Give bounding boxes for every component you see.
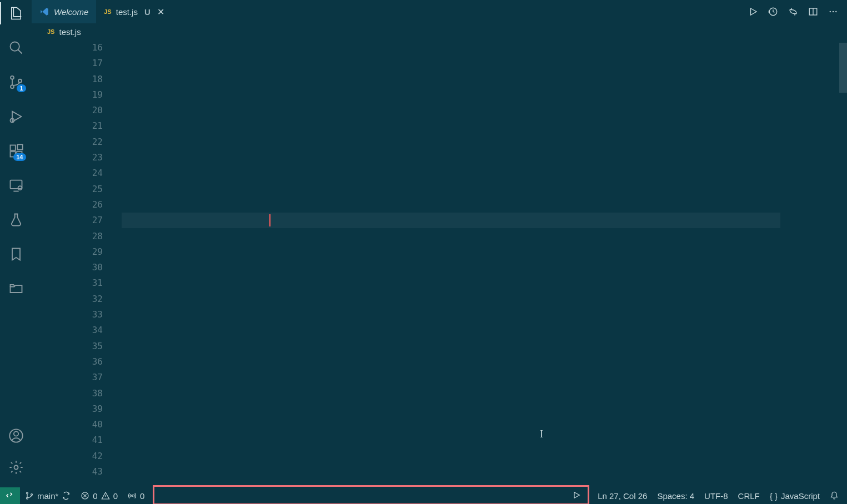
eol-status[interactable]: CRLF [733, 487, 765, 504]
search-icon[interactable] [7, 39, 25, 57]
split-editor-icon[interactable] [808, 7, 818, 17]
line-number: 32 [32, 291, 103, 307]
breadcrumb-file: test.js [59, 27, 81, 37]
line-number: 27 [32, 213, 103, 228]
line-number: 33 [32, 307, 103, 322]
scrollbar[interactable] [839, 40, 847, 487]
compare-icon[interactable] [788, 7, 798, 17]
svg-point-18 [27, 492, 28, 494]
radio-icon [128, 491, 137, 500]
svg-point-17 [835, 11, 836, 12]
run-debug-icon[interactable] [7, 108, 25, 125]
svg-point-19 [27, 497, 28, 499]
line-number: 23 [32, 150, 103, 165]
branch-status[interactable]: main* [20, 487, 76, 504]
line-number: 19 [32, 87, 103, 103]
highlighted-status-region[interactable] [153, 485, 589, 505]
line-number: 17 [32, 56, 103, 71]
notifications-icon[interactable] [825, 487, 844, 504]
code-area[interactable]: I [122, 40, 847, 487]
scrollbar-thumb[interactable] [839, 43, 847, 93]
line-number: 20 [32, 103, 103, 118]
tab-file-label: test.js [116, 7, 138, 17]
history-icon[interactable] [768, 7, 778, 17]
extensions-badge: 14 [13, 153, 26, 161]
line-number: 38 [32, 386, 103, 401]
svg-point-15 [830, 11, 831, 12]
extensions-icon[interactable]: 14 [7, 142, 25, 160]
line-number: 42 [32, 448, 103, 464]
svg-point-16 [833, 11, 834, 12]
activity-bar: 1 14 [0, 0, 32, 487]
svg-point-10 [18, 186, 22, 190]
line-number: 35 [32, 339, 103, 354]
current-line-highlight [122, 213, 780, 228]
line-number: 25 [32, 182, 103, 197]
source-control-icon[interactable]: 1 [7, 73, 25, 91]
branch-name: main* [37, 491, 58, 501]
testing-icon[interactable] [7, 211, 25, 229]
remote-explorer-icon[interactable] [7, 177, 25, 194]
explorer-icon[interactable] [7, 4, 25, 22]
line-number: 40 [32, 417, 103, 432]
folders-icon[interactable] [7, 280, 25, 298]
encoding-status[interactable]: UTF-8 [699, 487, 733, 504]
warning-count: 0 [113, 491, 118, 501]
svg-rect-8 [17, 144, 22, 149]
svg-rect-9 [10, 180, 22, 189]
more-icon[interactable] [828, 7, 838, 17]
settings-gear-icon[interactable] [7, 458, 25, 476]
svg-point-1 [11, 76, 14, 79]
vscode-icon [39, 7, 49, 17]
svg-point-12 [13, 431, 18, 436]
line-number: 43 [32, 464, 103, 480]
cursor-position[interactable]: Ln 27, Col 26 [593, 487, 652, 504]
svg-point-13 [14, 466, 18, 470]
line-number: 31 [32, 275, 103, 291]
line-gutter: 1617181920212223242526272829303132333435… [32, 40, 122, 487]
line-number: 30 [32, 260, 103, 275]
line-number: 39 [32, 401, 103, 417]
line-number: 41 [32, 432, 103, 448]
run-icon[interactable] [748, 7, 758, 17]
minimap[interactable] [783, 40, 847, 487]
editor-actions [748, 0, 847, 23]
warning-icon [101, 491, 110, 500]
account-icon[interactable] [7, 427, 25, 445]
svg-point-22 [132, 495, 133, 497]
line-number: 36 [32, 354, 103, 370]
ports-status[interactable]: 0 [123, 487, 149, 504]
svg-rect-5 [10, 145, 15, 150]
line-number: 29 [32, 244, 103, 260]
play-icon[interactable] [572, 491, 581, 500]
svg-point-0 [10, 42, 19, 51]
editor[interactable]: 1617181920212223242526272829303132333435… [32, 40, 847, 487]
breadcrumb[interactable]: JS test.js [32, 23, 847, 40]
line-number: 37 [32, 370, 103, 385]
problems-status[interactable]: 0 0 [76, 487, 123, 504]
status-bar: main* 0 0 0 Ln 27, Col 26 Spaces: 4 UTF-… [0, 487, 847, 504]
line-number: 26 [32, 197, 103, 213]
js-file-icon: JS [104, 8, 111, 15]
indentation-status[interactable]: Spaces: 4 [652, 487, 699, 504]
tab-modified-indicator: U [144, 7, 151, 17]
line-number: 18 [32, 72, 103, 87]
tab-bar: Welcome JS test.js U ✕ [32, 0, 847, 23]
line-number: 34 [32, 322, 103, 338]
text-cursor [269, 214, 270, 226]
js-file-icon: JS [47, 28, 54, 35]
line-number: 16 [32, 40, 103, 56]
ibeam-cursor-icon: I [540, 429, 543, 440]
tab-file[interactable]: JS test.js U ✕ [96, 0, 172, 23]
close-icon[interactable]: ✕ [157, 7, 164, 17]
svg-point-2 [11, 85, 14, 88]
tab-welcome[interactable]: Welcome [32, 0, 96, 23]
bookmark-icon[interactable] [7, 245, 25, 263]
error-count: 0 [93, 491, 97, 501]
line-number: 28 [32, 229, 103, 244]
braces-icon: { } [770, 491, 778, 501]
remote-button[interactable] [0, 487, 20, 504]
line-number: 22 [32, 134, 103, 150]
language-status[interactable]: { } JavaScript [765, 487, 825, 504]
sync-icon[interactable] [62, 491, 71, 500]
